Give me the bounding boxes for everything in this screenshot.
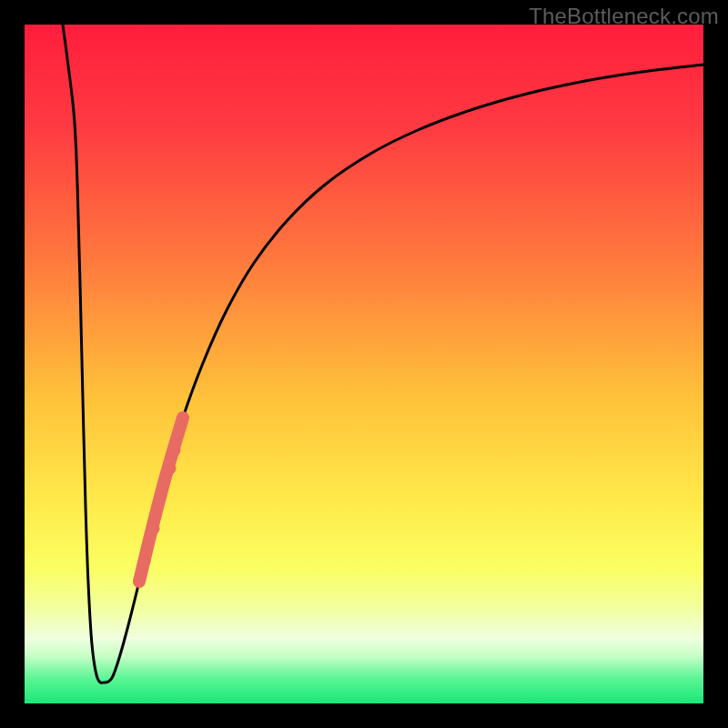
- chart-frame: TheBottleneck.com: [0, 0, 728, 728]
- data-dot: [156, 490, 167, 502]
- data-dot: [148, 523, 160, 535]
- data-dot: [139, 556, 151, 568]
- plot-area: [25, 25, 703, 703]
- watermark-text: TheBottleneck.com: [529, 4, 719, 29]
- data-dot: [165, 463, 177, 475]
- gradient-background: [25, 25, 703, 703]
- chart-svg: [25, 25, 703, 703]
- data-dot: [169, 445, 181, 457]
